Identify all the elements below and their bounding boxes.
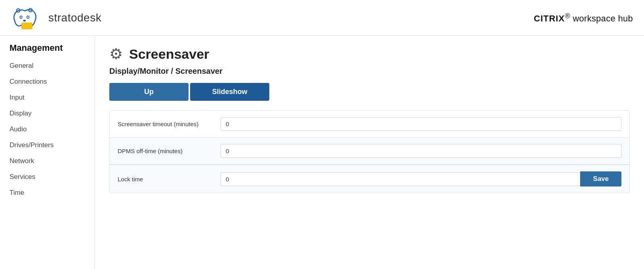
lock-time-label: Lock time [118,176,213,183]
citrix-name: CiTRiX [534,13,565,23]
sidebar-item-services[interactable]: Services [0,169,95,185]
breadcrumb: Display/Monitor / Screensaver [109,67,630,76]
sidebar: Management General Connections Input Dis… [0,36,95,269]
registered-icon: ® [565,12,570,20]
form-section: Screensaver timeout (minutes) DPMS off-t… [109,110,630,193]
dpms-off-time-input[interactable] [221,144,621,158]
form-row-dpms-off-time: DPMS off-time (minutes) [110,138,629,165]
form-row-lock-time: Lock time Save [110,165,629,193]
tab-up-button[interactable]: Up [109,83,189,101]
sidebar-item-time[interactable]: Time [0,185,95,201]
svg-point-3 [27,16,29,18]
svg-rect-5 [22,23,32,29]
sidebar-item-general[interactable]: General [0,58,95,74]
sidebar-item-display[interactable]: Display [0,106,95,121]
stratodesk-logo-icon [11,6,43,30]
logo-area: stratodesk [11,6,101,30]
form-row-screensaver-timeout: Screensaver timeout (minutes) [110,111,629,138]
citrix-branding: CiTRiX® workspace hub [534,12,633,24]
tab-slideshow-button[interactable]: Slideshow [190,83,269,101]
screensaver-gear-icon: ⚙ [109,45,123,63]
page-title: Screensaver [129,46,209,62]
sidebar-item-audio[interactable]: Audio [0,121,95,137]
sidebar-item-input[interactable]: Input [0,90,95,106]
sidebar-section-title: Management [0,43,95,58]
citrix-product: workspace hub [573,13,633,23]
svg-point-4 [23,19,26,21]
sidebar-item-drives-printers[interactable]: Drives/Printers [0,137,95,153]
sidebar-item-connections[interactable]: Connections [0,74,95,90]
logo-text: stratodesk [48,12,101,24]
save-button[interactable]: Save [580,171,621,186]
tab-buttons: Up Slideshow [109,83,630,101]
header: stratodesk CiTRiX® workspace hub [0,0,644,36]
lock-time-input[interactable] [221,172,580,186]
dpms-off-time-label: DPMS off-time (minutes) [118,148,213,154]
page-title-row: ⚙ Screensaver [109,45,630,63]
main-content: ⚙ Screensaver Display/Monitor / Screensa… [95,36,644,269]
lock-time-save-area: Save [221,171,621,186]
layout: Management General Connections Input Dis… [0,36,644,269]
svg-point-2 [20,16,22,18]
screensaver-timeout-input[interactable] [221,117,621,131]
screensaver-timeout-label: Screensaver timeout (minutes) [118,121,213,127]
sidebar-item-network[interactable]: Network [0,153,95,169]
